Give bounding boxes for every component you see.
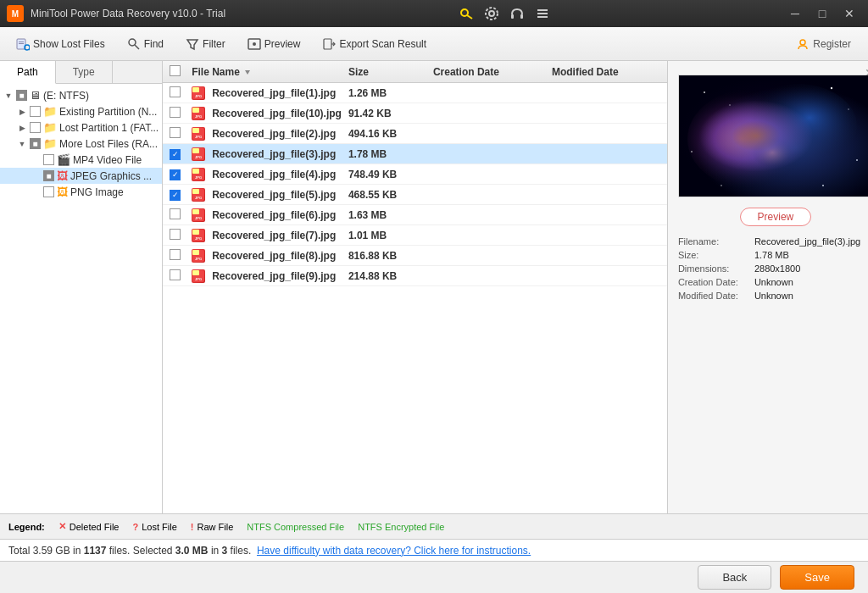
jpg-icon: JPG [192, 107, 205, 120]
main-area: Path Type ▼ ■ 🖥 (E: NTFS) ▶ 📁 Existing P… [0, 61, 868, 513]
save-button[interactable]: Save [780, 565, 854, 590]
preview-toolbar-button[interactable]: Preview [238, 33, 310, 55]
file-size-col: 1.26 MB [345, 87, 430, 99]
svg-text:JPG: JPG [195, 94, 202, 98]
tab-type[interactable]: Type [56, 61, 113, 83]
tab-path[interactable]: Path [0, 61, 56, 84]
raw-icon: ! [191, 522, 194, 532]
file-row[interactable]: ✓ JPG Recovered_jpg_file(4).jpg 748.49 K… [163, 164, 667, 185]
file-check-col[interactable]: ✓ [163, 168, 188, 180]
status-bar: Total 3.59 GB in 1137 files. Selected 3.… [0, 539, 868, 561]
header-check[interactable] [163, 65, 188, 79]
show-lost-files-button[interactable]: Show Lost Files [7, 33, 114, 55]
preview-creation-value: Unknown [754, 277, 793, 287]
legend-deleted: ✕ Deleted File [58, 521, 120, 532]
header-checkbox[interactable] [170, 65, 181, 76]
tree-item-jpeg[interactable]: ■ 🖼 JPEG Graphics ... [0, 168, 162, 184]
export-scan-button[interactable]: Export Scan Result [313, 33, 436, 55]
headphones-icon[interactable] [508, 4, 526, 23]
legend-raw: ! Raw File [191, 522, 233, 532]
minimize-button[interactable]: ─ [783, 4, 807, 23]
tree-item-mp4[interactable]: 🎬 MP4 Video File [0, 152, 162, 168]
expand-icon-morelost: ▼ [17, 139, 27, 149]
folder-icon-morelost: 📁 [43, 137, 57, 150]
file-checkbox[interactable] [170, 208, 181, 219]
checkbox-root[interactable]: ■ [16, 90, 27, 101]
file-check-col[interactable] [163, 127, 188, 141]
tree-item-lost1[interactable]: ▶ 📁 Lost Partition 1 (FAT... [0, 119, 162, 136]
menu-icon[interactable] [533, 4, 552, 23]
file-check-col[interactable] [163, 208, 188, 222]
header-size[interactable]: Size [345, 66, 430, 78]
file-checkbox[interactable] [170, 86, 181, 97]
preview-svg [679, 75, 868, 197]
file-check-col[interactable] [163, 229, 188, 242]
tree-item-existing[interactable]: ▶ 📁 Existing Partition (N... [0, 103, 162, 119]
settings-icon[interactable] [482, 4, 501, 23]
filter-button[interactable]: Filter [176, 33, 235, 55]
file-checkbox[interactable]: ✓ [170, 169, 181, 180]
tree-item-png[interactable]: 🖼 PNG Image [0, 184, 162, 200]
file-row[interactable]: JPG Recovered_jpg_file(2).jpg 494.16 KB [163, 124, 667, 144]
maximize-button[interactable]: □ [810, 4, 834, 23]
file-row[interactable]: ✓ JPG Recovered_jpg_file(3).jpg 1.78 MB [163, 144, 667, 164]
lost-icon: ? [132, 522, 138, 532]
register-button[interactable]: Register [786, 34, 861, 54]
header-creation[interactable]: Creation Date [430, 66, 548, 78]
file-check-col[interactable]: ✓ [163, 147, 188, 160]
find-button[interactable]: Find [118, 33, 173, 55]
tree-label-existing: Existing Partition (N... [59, 106, 157, 118]
file-checkbox[interactable] [170, 229, 181, 240]
file-checkbox[interactable] [170, 107, 181, 118]
title-bar: M MiniTool Power Data Recovery v10.0 - T… [0, 0, 868, 27]
file-name-col: JPG Recovered_jpg_file(10).jpg [188, 107, 345, 120]
tree-item-root[interactable]: ▼ ■ 🖥 (E: NTFS) [0, 87, 162, 103]
file-checkbox[interactable] [170, 249, 181, 260]
file-name-text: Recovered_jpg_file(3).jpg [212, 148, 336, 160]
preview-button[interactable]: Preview [740, 208, 812, 226]
checkbox-existing[interactable] [30, 106, 41, 117]
file-row[interactable]: JPG Recovered_jpg_file(9).jpg 214.88 KB [163, 266, 667, 286]
back-button[interactable]: Back [698, 565, 771, 590]
file-check-col[interactable] [163, 107, 188, 120]
file-row[interactable]: JPG Recovered_jpg_file(1).jpg 1.26 MB [163, 83, 667, 103]
preview-size-value: 1.78 MB [754, 250, 789, 260]
file-checkbox[interactable] [170, 127, 181, 138]
svg-point-23 [800, 40, 805, 45]
file-row[interactable]: JPG Recovered_jpg_file(10).jpg 91.42 KB [163, 103, 667, 124]
file-row[interactable]: ✓ JPG Recovered_jpg_file(5).jpg 468.55 K… [163, 185, 667, 205]
filter-icon [186, 37, 199, 51]
expand-icon-lost1: ▶ [17, 123, 27, 133]
header-filename[interactable]: File Name [188, 66, 345, 78]
key-icon[interactable] [457, 4, 476, 23]
file-checkbox[interactable]: ✓ [170, 190, 181, 201]
tree-item-morelost[interactable]: ▼ ■ 📁 More Lost Files (RA... [0, 136, 162, 152]
png-icon: 🖼 [57, 186, 68, 198]
file-check-col[interactable] [163, 249, 188, 263]
file-row[interactable]: JPG Recovered_jpg_file(8).jpg 816.88 KB [163, 246, 667, 266]
jpg-icon: JPG [192, 188, 205, 202]
window-controls[interactable]: ─ □ ✕ [783, 4, 861, 23]
svg-point-65 [721, 185, 722, 186]
header-modified[interactable]: Modified Date [548, 66, 667, 78]
file-row[interactable]: JPG Recovered_jpg_file(7).jpg 1.01 MB [163, 225, 667, 246]
preview-image-container [678, 75, 868, 197]
left-panel: Path Type ▼ ■ 🖥 (E: NTFS) ▶ 📁 Existing P… [0, 61, 163, 513]
file-checkbox[interactable] [170, 269, 181, 280]
checkbox-morelost[interactable]: ■ [30, 138, 41, 149]
close-button[interactable]: ✕ [837, 4, 861, 23]
file-check-col[interactable] [163, 86, 188, 100]
file-check-col[interactable] [163, 269, 188, 283]
file-row[interactable]: JPG Recovered_jpg_file(6).jpg 1.63 MB [163, 205, 667, 225]
checkbox-png[interactable] [43, 186, 54, 197]
svg-point-2 [461, 9, 468, 16]
checkbox-lost1[interactable] [30, 122, 41, 133]
file-check-col[interactable]: ✓ [163, 188, 188, 201]
right-panel: File Name Size Creation Date Modified Da… [163, 61, 667, 513]
help-link[interactable]: Have difficulty with data recovery? Clic… [257, 545, 531, 557]
file-checkbox[interactable]: ✓ [170, 149, 181, 160]
legend-ntfs-compressed: NTFS Compressed File [247, 522, 344, 532]
status-selected-size: 3.0 MB [175, 545, 209, 557]
checkbox-mp4[interactable] [43, 154, 54, 165]
checkbox-jpeg[interactable]: ■ [43, 170, 54, 181]
